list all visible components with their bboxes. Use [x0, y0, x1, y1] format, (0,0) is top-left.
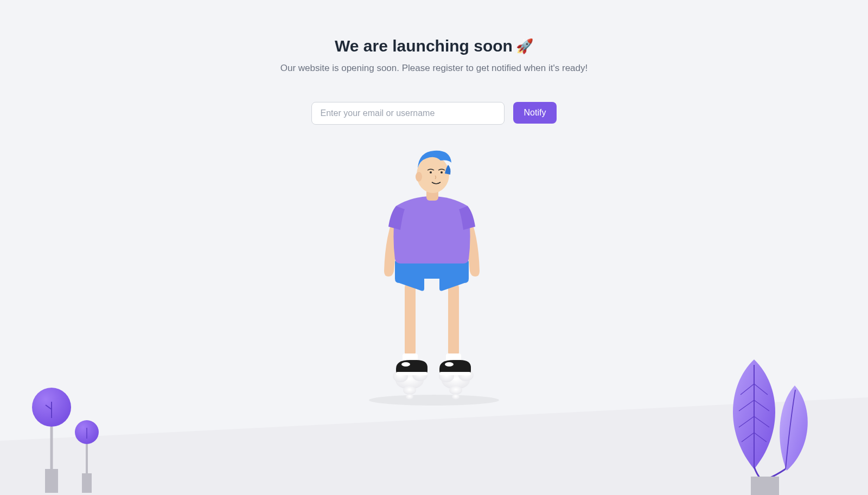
heading-text: We are launching soon — [335, 37, 513, 55]
rocket-icon: 🚀 — [516, 39, 533, 53]
svg-point-41 — [430, 171, 432, 173]
decorative-trees-left — [27, 387, 125, 495]
svg-rect-4 — [45, 469, 58, 493]
svg-rect-8 — [82, 473, 92, 493]
page-subheading: Our website is opening soon. Please regi… — [0, 63, 868, 74]
email-input[interactable] — [311, 102, 505, 125]
svg-point-37 — [445, 362, 454, 367]
svg-point-29 — [452, 394, 459, 400]
svg-point-28 — [449, 386, 462, 395]
svg-rect-3 — [50, 427, 53, 469]
svg-point-42 — [441, 171, 443, 173]
notify-button[interactable]: Notify — [513, 102, 557, 124]
svg-rect-7 — [86, 444, 88, 473]
page-heading: We are launching soon 🚀 — [335, 37, 533, 55]
notify-form: Notify — [0, 102, 868, 125]
svg-rect-18 — [751, 477, 779, 495]
coming-soon-page: We are launching soon 🚀 Our website is o… — [0, 0, 868, 495]
svg-rect-34 — [396, 372, 427, 375]
svg-rect-36 — [439, 372, 471, 375]
svg-point-19 — [369, 395, 499, 406]
hero-character-illustration — [342, 146, 526, 407]
svg-point-35 — [401, 362, 410, 367]
svg-point-24 — [406, 394, 413, 400]
decorative-plant-right — [716, 354, 841, 495]
svg-point-23 — [403, 386, 416, 395]
hero-content: We are launching soon 🚀 Our website is o… — [0, 0, 868, 125]
svg-rect-30 — [405, 282, 416, 358]
svg-point-40 — [416, 172, 422, 182]
svg-rect-31 — [448, 282, 459, 358]
